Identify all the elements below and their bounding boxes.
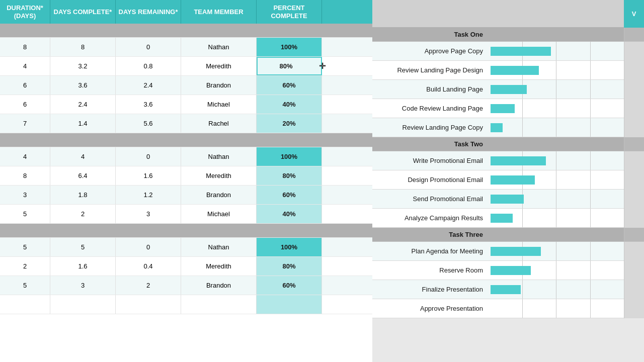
cell-days-remaining: 0 [116,238,181,256]
gantt-row: Approve Page Copy [372,42,644,61]
cell-percent[interactable]: 40% [257,95,322,114]
gantt-bar [491,66,539,75]
header-days-remaining: DAYS REMAINING* [116,0,181,24]
cell-days-complete: 6.4 [50,166,116,185]
gantt-row: Plan Agenda for Meeting [372,242,644,261]
cell-duration: 4 [0,57,50,75]
cell-duration: 8 [0,166,50,185]
cell-percent[interactable]: 40% [257,205,322,223]
cell-duration: 5 [0,276,50,295]
cell-days-complete: 3.6 [50,76,116,95]
cell-percent[interactable]: 80% [257,166,322,185]
gantt-task-label: Plan Agenda for Meeting [372,247,488,255]
gantt-bar [491,104,515,113]
gantt-task-label: Review Landing Page Design [372,66,488,74]
cell-days-remaining: 0.4 [116,257,181,276]
table-row[interactable]: 6 2.4 3.6 Michael 40% [0,95,372,114]
gantt-row: Review Landing Page Copy [372,118,644,137]
table-row[interactable]: 7 1.4 5.6 Rachel 20% [0,114,372,133]
table-row[interactable]: 8 6.4 1.6 Meredith 80% [0,166,372,186]
header-team-member: TEAM MEMBER [181,0,257,24]
gantt-bar-area [488,42,624,60]
group-header-0 [0,24,372,38]
table-row[interactable]: 4 3.2 0.8 Meredith 80%✛ [0,57,372,76]
cell-days-remaining: 3 [116,205,181,223]
gantt-task-label: Approve Page Copy [372,47,488,55]
table-row[interactable]: 5 2 3 Michael 40% [0,205,372,224]
gantt-bar-area [488,280,624,299]
cell-percent[interactable]: 80% [257,257,322,276]
cell-team-member: Brandon [181,186,257,204]
table-row[interactable]: 8 8 0 Nathan 100% [0,38,372,57]
cell-duration: 6 [0,95,50,114]
cell-duration: 4 [0,147,50,166]
spreadsheet-header: DURATION* (DAYS) DAYS COMPLETE* DAYS REM… [0,0,372,24]
cell-team-member: Michael [181,205,257,223]
gantt-row: Finalize Presentation [372,280,644,299]
cell-team-member: Brandon [181,76,257,95]
gantt-bar [491,156,546,165]
cell-team-member: Meredith [181,166,257,185]
gantt-task-label: Code Review Landing Page [372,105,488,112]
cell-days-remaining: 3.6 [116,95,181,114]
table-row[interactable]: 5 5 0 Nathan 100% [0,238,372,257]
cell-team-member: Meredith [181,257,257,276]
cell-duration [0,295,50,314]
gantt-row: Send Promotional Email [372,190,644,209]
cell-days-complete: 2.4 [50,95,116,114]
table-row[interactable]: 3 1.8 1.2 Brandon 60% [0,186,372,205]
gantt-bar [491,47,551,56]
gantt-bar [491,123,503,132]
cell-days-remaining: 2 [116,276,181,295]
gantt-right-header: V [624,0,644,28]
cell-days-remaining: 0.8 [116,57,181,75]
group-header-2 [0,224,372,238]
cell-percent[interactable]: 60% [257,76,322,95]
cell-days-remaining: 1.2 [116,186,181,204]
cell-team-member [181,295,257,314]
cell-team-member: Meredith [181,57,257,75]
table-row[interactable]: 5 3 2 Brandon 60% [0,276,372,295]
cell-team-member: Nathan [181,238,257,256]
cell-duration: 5 [0,205,50,223]
spreadsheet-panel: DURATION* (DAYS) DAYS COMPLETE* DAYS REM… [0,0,372,362]
cell-team-member: Nathan [181,147,257,166]
gantt-group-header-1: Task Two [372,137,644,151]
gantt-task-label: Analyze Campaign Results [372,214,488,222]
gantt-bar-area [488,242,624,260]
cell-percent[interactable]: 60% [257,186,322,204]
group-header-1 [0,133,372,147]
cell-duration: 5 [0,238,50,256]
gantt-task-label: Reserve Room [372,266,488,274]
cell-percent[interactable]: 80%✛ [257,57,322,75]
gantt-bar-area [488,99,624,118]
table-row[interactable] [0,295,372,314]
cell-days-remaining: 0 [116,38,181,56]
cell-percent[interactable]: 100% [257,147,322,166]
cell-percent[interactable]: 20% [257,114,322,133]
gantt-row: Build Landing Page [372,80,644,99]
cell-days-complete: 3.2 [50,57,116,75]
gantt-panel: V Task OneApprove Page CopyReview Landin… [372,0,644,362]
gantt-bar [491,175,535,185]
cell-percent[interactable]: 60% [257,276,322,295]
cell-team-member: Michael [181,95,257,114]
cell-percent[interactable]: 100% [257,238,322,256]
gantt-row: Approve Presentation [372,299,644,318]
gantt-task-label: Build Landing Page [372,85,488,93]
cell-days-remaining: 1.6 [116,166,181,185]
gantt-bar-area [488,170,624,189]
cell-days-remaining: 0 [116,147,181,166]
cell-days-complete: 1.6 [50,257,116,276]
gantt-body: Task OneApprove Page CopyReview Landing … [372,28,644,318]
gantt-task-label: Review Landing Page Copy [372,124,488,131]
table-row[interactable]: 2 1.6 0.4 Meredith 80% [0,257,372,276]
table-row[interactable]: 4 4 0 Nathan 100% [0,147,372,166]
cell-percent[interactable]: 100% [257,38,322,56]
gantt-group-header-2: Task Three [372,228,644,242]
table-row[interactable]: 6 3.6 2.4 Brandon 60% [0,76,372,95]
cell-duration: 7 [0,114,50,133]
cell-days-complete: 2 [50,205,116,223]
cell-days-complete: 3 [50,276,116,295]
gantt-task-label: Design Promotional Email [372,176,488,184]
